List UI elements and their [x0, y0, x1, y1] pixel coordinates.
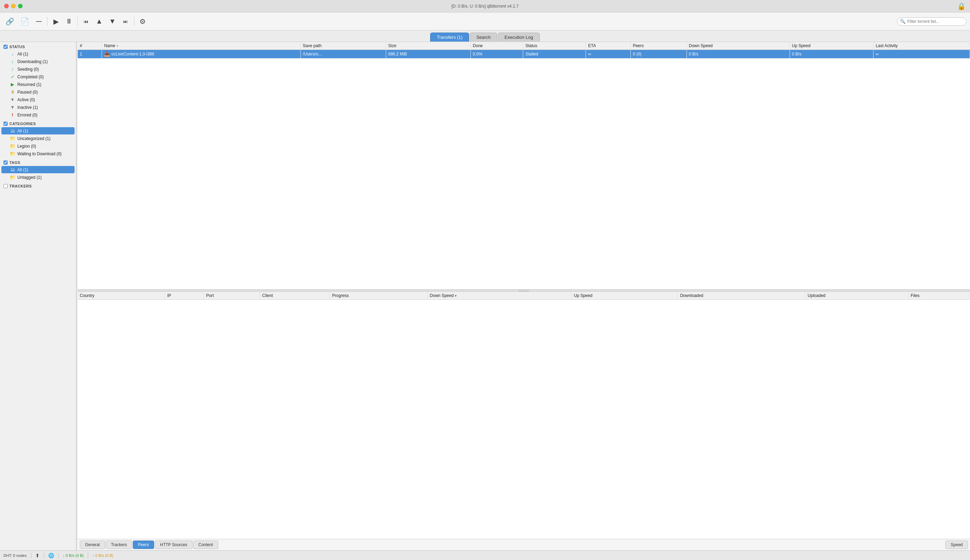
move-up-button[interactable]: ▲: [94, 16, 105, 27]
peers-col-client[interactable]: Client: [260, 292, 330, 300]
sidebar-item-label: Legion (0): [17, 144, 36, 149]
col-last-activity[interactable]: Last Activity: [873, 42, 970, 50]
tab-search[interactable]: Search: [470, 33, 497, 42]
filter-input[interactable]: [897, 17, 967, 26]
resumed-icon: ▶: [10, 82, 15, 87]
sidebar-item-label: All (1): [17, 52, 28, 57]
dht-status: DHT: 0 nodes: [3, 553, 27, 558]
tab-peers[interactable]: Peers: [133, 541, 154, 549]
pause-button[interactable]: ⏸: [64, 16, 75, 27]
tab-content[interactable]: Content: [193, 541, 218, 549]
peers-col-files[interactable]: Files: [908, 292, 970, 300]
col-down-speed[interactable]: Down Speed: [687, 42, 789, 50]
peers-col-uploaded[interactable]: Uploaded: [806, 292, 908, 300]
sidebar-item-all-status[interactable]: ↓ All (1): [2, 50, 75, 58]
main-area: STATUS ↓ All (1) ↓ Downloading (1) ↑ See…: [0, 42, 970, 550]
cell-down-speed: 0 B/s: [687, 50, 789, 58]
sidebar-section-trackers: TRACKERS: [0, 181, 76, 189]
peers-col-progress[interactable]: Progress: [330, 292, 428, 300]
tab-transfers[interactable]: Transfers (1): [430, 33, 469, 42]
traffic-lights: [4, 4, 23, 8]
peers-col-port[interactable]: Port: [204, 292, 260, 300]
peers-table: Country IP Port Client Progress Down Spe…: [78, 292, 970, 300]
move-bottom-button[interactable]: ⏭: [120, 17, 131, 26]
sidebar-item-resumed[interactable]: ▶ Resumed (1): [2, 81, 75, 88]
sidebar-item-cat-legion[interactable]: 📁 Legion (0): [2, 142, 75, 150]
sidebar-item-paused[interactable]: ⏸ Paused (0): [2, 88, 75, 96]
table-row[interactable]: 1 📥 ccLiveContent-1.0-i386 /Users/o... 6…: [78, 50, 970, 58]
peers-col-down-speed[interactable]: Down Speed ▾: [427, 292, 571, 300]
speed-btn-wrap: Speed: [945, 541, 968, 549]
cell-num: 1: [78, 50, 102, 58]
options-button[interactable]: ⚙: [137, 16, 148, 27]
sidebar-item-downloading[interactable]: ↓ Downloading (1): [2, 58, 75, 65]
downloading-icon: ↓: [10, 59, 15, 64]
cat-uncategorized-icon: 📁: [10, 136, 15, 141]
sidebar-item-errored[interactable]: ! Errored (0): [2, 111, 75, 118]
tag-untagged-icon: 📁: [10, 175, 15, 180]
sidebar-section-categories: CATEGORIES: [0, 119, 76, 127]
resume-button[interactable]: ▶: [50, 16, 62, 27]
completed-icon: ✓: [10, 74, 15, 79]
peers-col-ip[interactable]: IP: [165, 292, 204, 300]
minimize-button[interactable]: [11, 4, 16, 8]
sidebar-item-tag-untagged[interactable]: 📁 Untagged (1): [2, 173, 75, 181]
tag-all-icon: 🗂: [10, 167, 15, 172]
peers-col-country[interactable]: Country: [78, 292, 165, 300]
sidebar-item-label: Untagged (1): [17, 175, 42, 180]
torrent-table: # Name ▾ Save path Size Done Status ETA …: [78, 42, 970, 58]
col-num[interactable]: #: [78, 42, 102, 50]
cat-legion-icon: 📁: [10, 143, 15, 149]
move-down-button[interactable]: ▼: [107, 16, 118, 27]
speed-button[interactable]: Speed: [945, 541, 968, 549]
col-name[interactable]: Name ▾: [102, 42, 301, 50]
sidebar-item-label: Uncategorized (1): [17, 136, 50, 141]
tags-section-checkbox[interactable]: [3, 160, 8, 165]
torrent-file-icon: 📥: [104, 51, 110, 57]
status-sep-1: [31, 553, 31, 558]
col-status[interactable]: Status: [523, 42, 586, 50]
sidebar-item-cat-all[interactable]: 🗂 All (1): [2, 127, 75, 135]
sidebar-item-label: Inactive (1): [17, 105, 38, 110]
globe-icon: 🌐: [48, 553, 54, 558]
sidebar-item-cat-waiting[interactable]: 📁 Waiting to Download (0): [2, 150, 75, 157]
peers-col-downloaded[interactable]: Downloaded: [678, 292, 806, 300]
tags-section-label: TAGS: [9, 160, 20, 165]
status-sep-3: [58, 553, 59, 558]
cat-all-icon: 🗂: [10, 128, 15, 133]
remove-torrent-button[interactable]: —: [33, 17, 44, 26]
sidebar-item-cat-uncategorized[interactable]: 📁 Uncategorized (1): [2, 135, 75, 142]
sidebar-item-active[interactable]: ▼ Active (0): [2, 96, 75, 103]
col-eta[interactable]: ETA: [586, 42, 631, 50]
col-save-path[interactable]: Save path: [301, 42, 386, 50]
maximize-button[interactable]: [18, 4, 23, 8]
add-torrent-file-button[interactable]: 📄: [18, 16, 31, 27]
errored-icon: !: [10, 112, 15, 117]
all-status-icon: ↓: [10, 51, 15, 57]
tab-trackers[interactable]: Trackers: [106, 541, 132, 549]
trackers-section-checkbox[interactable]: [3, 184, 8, 188]
col-done[interactable]: Done: [470, 42, 523, 50]
sidebar-item-inactive[interactable]: ▼ Inactive (1): [2, 103, 75, 111]
lock-icon: 🔒: [957, 2, 966, 10]
close-button[interactable]: [4, 4, 9, 8]
peers-col-up-speed[interactable]: Up Speed: [572, 292, 678, 300]
tab-execution-log[interactable]: Execution Log: [498, 33, 540, 42]
status-section-checkbox[interactable]: [3, 45, 8, 49]
tab-http-sources[interactable]: HTTP Sources: [155, 541, 192, 549]
categories-section-checkbox[interactable]: [3, 122, 8, 126]
sidebar-item-seeding[interactable]: ↑ Seeding (0): [2, 65, 75, 73]
paused-icon: ⏸: [10, 89, 15, 95]
content-area: # Name ▾ Save path Size Done Status ETA …: [78, 42, 970, 550]
sidebar-item-tag-all[interactable]: 🗂 All (1): [2, 166, 75, 173]
tab-general[interactable]: General: [80, 541, 105, 549]
sidebar-item-completed[interactable]: ✓ Completed (0): [2, 73, 75, 80]
col-up-speed[interactable]: Up Speed: [789, 42, 873, 50]
col-size[interactable]: Size: [386, 42, 471, 50]
sidebar-item-label: Seeding (0): [17, 67, 39, 72]
torrent-name-text: ccLiveContent-1.0-i386: [111, 52, 154, 57]
col-peers[interactable]: Peers: [631, 42, 687, 50]
move-top-button[interactable]: ⏮: [80, 17, 92, 26]
add-torrent-link-button[interactable]: 🔗: [3, 16, 16, 27]
status-sep-4: [88, 553, 88, 558]
